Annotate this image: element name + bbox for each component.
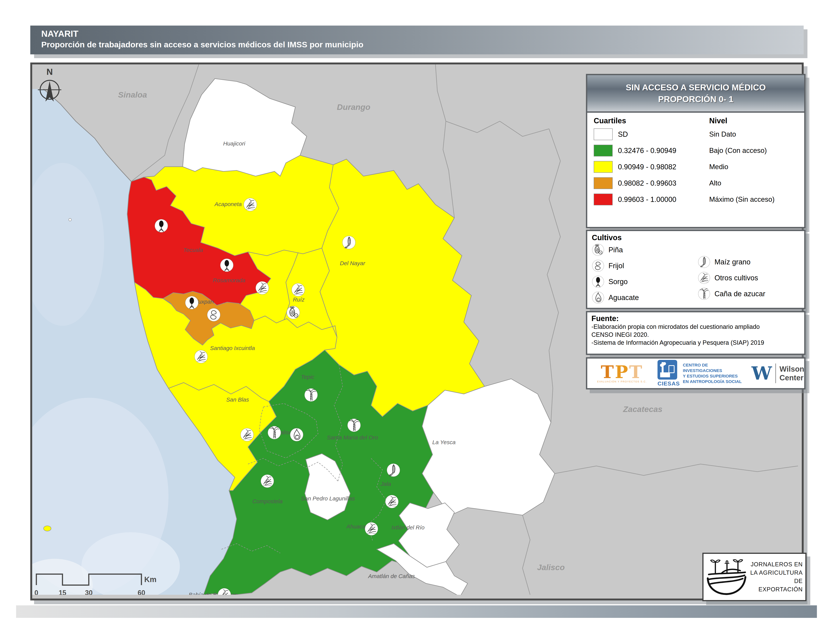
legend-title: SIN ACCESO A SERVICIO MÉDICO PROPORCIÓN … <box>587 75 804 113</box>
municipality-label-ruiz: Ruíz <box>293 296 305 303</box>
jornaleros-line: DE EXPORTACIÓN <box>749 577 803 594</box>
maiz-crop-icon <box>387 464 400 477</box>
cultivos-column-right: Maíz granoOtros cultivosCaña de azucar <box>698 254 765 306</box>
tpt-letter-p: P <box>615 362 629 382</box>
scale-tick-30: 30 <box>85 589 93 595</box>
scale-unit: Km <box>144 575 156 584</box>
municipality-label-acaponeta: Acaponeta <box>214 201 241 207</box>
municipality-label-ixtlan-del-rio: Ixtlán del Río <box>391 524 425 531</box>
legend-row-2: 0.90949 - 0.98082Medio <box>594 161 804 173</box>
legend-row-1: 0.32476 - 0.90949Bajo (Con acceso) <box>594 145 804 156</box>
cultivo-label: Otros cultivos <box>714 274 758 282</box>
legend-range: 0.32476 - 0.90949 <box>618 147 709 155</box>
legend-swatch <box>594 193 613 205</box>
cultivo-item-maiz: Maíz grano <box>698 254 765 270</box>
island-white <box>69 218 71 221</box>
aguacate-crop-icon <box>592 291 604 304</box>
legend-body: Cuartiles Nivel SDSin Dato0.32476 - 0.90… <box>587 113 804 205</box>
otros-crop-icon <box>241 428 254 441</box>
legend-range: 0.99603 - 1.00000 <box>618 195 709 204</box>
jornaleros-line: LA AGRICULTURA <box>749 568 803 577</box>
municipality-label-huajicori: Huajicori <box>223 140 246 147</box>
tpt-logo: TPT EVALUACIÓN Y PROYECTOS S.C. <box>594 364 650 383</box>
legend-range: 0.98082 - 0.99603 <box>618 179 709 187</box>
cana-crop-icon <box>268 426 281 439</box>
jornaleros-line: JORNALEROS EN <box>749 560 803 568</box>
fuente-line-0: -Elaboración propia con microdatos del c… <box>592 323 804 331</box>
wilson-line: Center <box>780 374 804 382</box>
municipality-label-tepic: Tepic <box>301 374 314 380</box>
legend-level: Máximo (Sin acceso) <box>709 195 775 203</box>
cana-crop-icon <box>698 288 710 300</box>
otros-crop-icon <box>698 272 710 284</box>
jornaleros-logo-box: JORNALEROS ENLA AGRICULTURADE EXPORTACIÓ… <box>703 553 807 601</box>
municipality-label-amatlan-de-canas: Amatlán de Cañas <box>368 573 415 579</box>
frijol-crop-icon <box>592 259 604 272</box>
wilson-center-logo: W WilsonCenter <box>751 364 804 383</box>
scale-tick-60: 60 <box>138 589 145 595</box>
map-title-bar: NAYARIT Proporción de trabajadores sin a… <box>30 26 804 54</box>
cultivos-title: Cultivos <box>592 233 804 242</box>
otros-crop-icon <box>292 283 305 296</box>
otros-crop-icon <box>244 198 257 211</box>
cultivo-item-otros: Otros cultivos <box>698 270 765 286</box>
wilson-line: Wilson <box>780 365 804 374</box>
island-yellow <box>43 526 51 531</box>
cultivo-item-aguacate: Aguacate <box>592 290 698 306</box>
frijol-crop-icon <box>207 308 220 322</box>
municipality-label-rosamorada: Rosamorada <box>213 277 245 283</box>
otros-crop-icon <box>261 475 274 488</box>
map-canvas[interactable]: SinaloaDurangoZacatecasJalisco Huajicori… <box>30 63 804 601</box>
wilson-separator <box>775 364 776 383</box>
tpt-subtext: EVALUACIÓN Y PROYECTOS S.C. <box>594 380 650 383</box>
legend-panel: SIN ACCESO A SERVICIO MÉDICO PROPORCIÓN … <box>586 74 806 228</box>
region-la-yesca[interactable] <box>422 379 555 515</box>
legend-level: Sin Dato <box>709 130 736 138</box>
fuente-line-1: CENSO INEGI 2020. <box>592 331 804 339</box>
municipality-label-tecuala: Tecuala <box>183 247 203 253</box>
cultivo-item-cana: Caña de azucar <box>698 286 765 302</box>
legend-swatch <box>594 129 613 140</box>
sorgo-crop-icon <box>220 259 233 272</box>
legend-col-nivel: Nivel <box>709 116 727 125</box>
legend-swatch <box>594 161 613 173</box>
legend-row-3: 0.98082 - 0.99603Alto <box>594 177 804 189</box>
wilson-text: WilsonCenter <box>780 365 804 382</box>
cultivo-label: Piña <box>608 246 623 254</box>
legend-range: 0.90949 - 0.98082 <box>618 163 709 171</box>
ciesas-text: CENTRO DE INVESTIGACIONESY ESTUDIOS SUPE… <box>683 362 745 384</box>
legend-swatch <box>594 145 613 156</box>
pina-crop-icon <box>287 306 300 319</box>
ciesas-line: CENTRO DE INVESTIGACIONES <box>683 362 745 374</box>
state-label-sinaloa: Sinaloa <box>118 90 147 99</box>
sorgo-crop-icon <box>155 219 168 232</box>
north-arrow-label: N <box>47 67 53 77</box>
cana-crop-icon <box>347 419 361 432</box>
legend-row-0: SDSin Dato <box>594 129 804 140</box>
cultivo-label: Aguacate <box>608 294 639 302</box>
legend-range: SD <box>618 130 709 138</box>
otros-crop-icon <box>386 495 399 508</box>
state-label-jalisco: Jalisco <box>537 563 565 572</box>
jornaleros-text: JORNALEROS ENLA AGRICULTURADE EXPORTACIÓ… <box>749 560 806 594</box>
cana-crop-icon <box>305 388 318 402</box>
wilson-w: W <box>751 365 772 382</box>
fuente-line-2: -Sistema de Información Agropecuaria y P… <box>592 339 804 347</box>
bottom-gradient-bar <box>16 605 817 618</box>
ciesas-logo: CIESAS CENTRO DE INVESTIGACIONESY ESTUDI… <box>658 360 745 387</box>
state-label-durango: Durango <box>337 103 370 111</box>
municipality-label-san-blas: San Blas <box>226 396 249 402</box>
ciesas-acronym: CIESAS <box>658 380 680 387</box>
logos-panel: TPT EVALUACIÓN Y PROYECTOS S.C. CIESAS C… <box>586 357 806 390</box>
otros-crop-icon <box>256 282 269 295</box>
fuente-lines: -Elaboración propia con microdatos del c… <box>592 323 804 347</box>
cultivo-label: Frijol <box>608 262 624 270</box>
aguacate-crop-icon <box>290 428 303 441</box>
page: { "header": { "title": "NAYARIT", "subti… <box>0 0 833 644</box>
jornaleros-field-icon <box>705 557 749 597</box>
municipality-label-del-nayar: Del Nayar <box>340 260 365 266</box>
legend-level: Alto <box>709 179 721 187</box>
legend-level: Bajo (Con acceso) <box>709 147 767 155</box>
cultivos-column-left: PiñaFrijolSorgoAguacate <box>592 242 698 306</box>
cultivo-item-pina: Piña <box>592 242 698 258</box>
